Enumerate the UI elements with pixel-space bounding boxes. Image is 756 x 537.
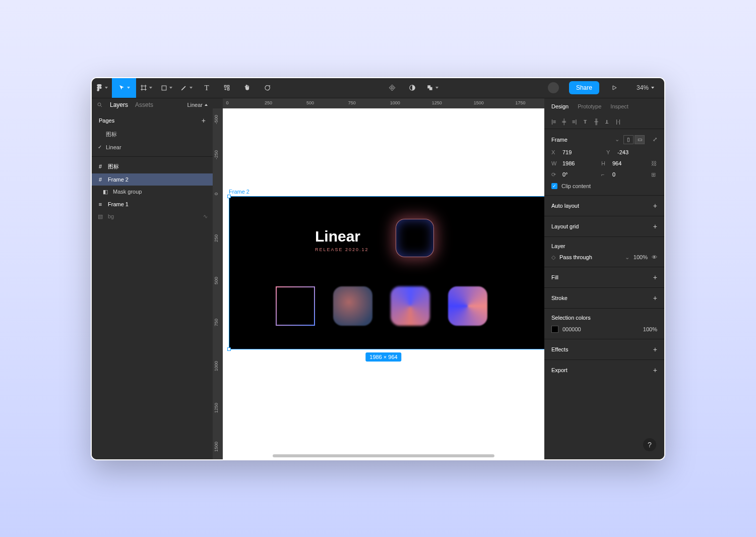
add-export-button[interactable]: + — [653, 366, 657, 374]
mask-icon: ◧ — [102, 189, 109, 195]
h-input[interactable]: 964 — [612, 160, 647, 166]
components-button[interactable] — [382, 78, 402, 98]
clip-content-checkbox[interactable]: ✓ — [551, 183, 557, 189]
visibility-toggle-icon[interactable]: 👁 — [652, 254, 657, 260]
autolayout-icon: ≡ — [97, 201, 104, 207]
horizontal-ruler: 0 250 500 750 1000 1250 1500 1750 — [213, 98, 544, 108]
pen-tool-button[interactable] — [176, 78, 197, 98]
align-hcenter-icon[interactable]: ╪ — [562, 118, 566, 125]
frame-type-dropdown[interactable]: Frame — [551, 137, 611, 143]
rectangle-icon — [161, 85, 167, 91]
selected-frame[interactable]: Linear RELEASE 2020.12 — [229, 196, 544, 349]
color-hex[interactable]: 000000 — [562, 326, 581, 332]
design-tab[interactable]: Design — [551, 103, 569, 109]
boolean-button[interactable] — [422, 78, 443, 98]
fit-icon[interactable]: ⤢ — [653, 136, 657, 143]
resize-handle[interactable] — [227, 347, 231, 351]
clip-content-label: Clip content — [561, 183, 591, 189]
w-input[interactable]: 1986 — [562, 160, 597, 166]
share-button[interactable]: Share — [569, 81, 599, 94]
present-button[interactable] — [604, 78, 624, 98]
left-panel: Layers Assets Linear Pages + 图标 Linear #… — [92, 98, 213, 459]
artwork-icon — [448, 286, 487, 326]
color-swatch[interactable] — [551, 326, 558, 333]
frame-artwork: Linear RELEASE 2020.12 — [229, 197, 544, 349]
opacity-input[interactable]: 100% — [634, 254, 648, 260]
frame-name-label[interactable]: Frame 2 — [229, 189, 249, 195]
right-panel: Design Prototype Inspect |≡ ╪ ≡| ⫪ ╫ ⫫ |… — [544, 98, 664, 459]
horizontal-scrollbar[interactable] — [273, 454, 494, 457]
layer-item-frame2[interactable]: # Frame 2 — [92, 173, 213, 186]
artwork-icon — [391, 286, 430, 326]
file-name-dropdown[interactable]: Linear — [187, 102, 208, 108]
add-layout-grid-button[interactable]: + — [653, 222, 657, 230]
union-icon — [426, 84, 433, 91]
prototype-tab[interactable]: Prototype — [578, 103, 601, 109]
user-avatar[interactable] — [548, 82, 559, 93]
hand-tool-button[interactable] — [237, 78, 257, 98]
rotation-input[interactable]: 0° — [562, 171, 597, 177]
resize-fill-button[interactable]: ▭ — [635, 135, 645, 144]
text-icon: T — [204, 84, 209, 92]
resize-handle[interactable] — [227, 195, 231, 198]
add-stroke-button[interactable]: + — [653, 294, 657, 302]
blend-mode-dropdown[interactable]: Pass through — [559, 254, 621, 260]
independent-corners-icon[interactable]: ⊞ — [651, 171, 657, 178]
fill-header: Fill — [551, 274, 558, 280]
main-menu-button[interactable] — [92, 78, 112, 98]
align-right-icon[interactable]: ≡| — [572, 118, 577, 125]
canvas-area: 0 250 500 750 1000 1250 1500 1750 -500 -… — [213, 98, 544, 459]
color-opacity[interactable]: 100% — [643, 326, 657, 332]
shape-tool-button[interactable] — [156, 78, 176, 98]
stroke-header: Stroke — [551, 295, 568, 301]
text-tool-button[interactable]: T — [197, 78, 217, 98]
plugins-icon — [223, 84, 230, 91]
export-header: Export — [551, 367, 568, 373]
assets-tab[interactable]: Assets — [135, 101, 153, 108]
resources-button[interactable] — [217, 78, 237, 98]
help-button[interactable]: ? — [643, 438, 656, 451]
distribute-icon[interactable]: |·| — [616, 118, 620, 125]
canvas[interactable]: 964 Frame 2 Linear RELEASE 2020.12 — [223, 108, 544, 459]
align-vcenter-icon[interactable]: ╫ — [594, 118, 598, 125]
frame-tool-button[interactable] — [136, 78, 156, 98]
layout-grid-header: Layout grid — [551, 223, 579, 229]
inspect-tab[interactable]: Inspect — [610, 103, 628, 109]
layer-item-icons[interactable]: # 图标 — [92, 160, 213, 173]
selection-colors-header: Selection colors — [551, 315, 591, 321]
layer-item-frame1[interactable]: ≡ Frame 1 — [92, 198, 213, 210]
alignment-controls: |≡ ╪ ≡| ⫪ ╫ ⫫ |·| — [544, 114, 664, 129]
layers-tab[interactable]: Layers — [110, 101, 128, 108]
effects-header: Effects — [551, 346, 568, 352]
radius-input[interactable]: 0 — [612, 171, 647, 177]
play-icon — [611, 85, 617, 91]
vertical-ruler: -500 -250 0 250 500 750 1000 1250 1500 — [213, 108, 223, 459]
add-page-button[interactable]: + — [202, 116, 206, 125]
add-effect-button[interactable]: + — [653, 345, 657, 353]
move-tool-button[interactable] — [112, 78, 136, 98]
y-input[interactable]: -243 — [617, 149, 657, 155]
page-item[interactable]: Linear — [92, 141, 213, 153]
comment-tool-button[interactable] — [257, 78, 277, 98]
figma-logo-icon — [96, 84, 103, 91]
x-input[interactable]: 719 — [562, 149, 602, 155]
align-top-icon[interactable]: ⫪ — [583, 118, 588, 125]
page-item[interactable]: 图标 — [92, 128, 213, 141]
artwork-icon — [396, 219, 434, 257]
resize-fixed-button[interactable]: ▯ — [623, 135, 634, 144]
layer-item-bg[interactable]: ▧ bg ∿ — [92, 210, 213, 223]
top-toolbar: T Share — [92, 78, 664, 98]
align-left-icon[interactable]: |≡ — [551, 118, 556, 125]
auto-layout-header: Auto layout — [551, 203, 579, 209]
layer-item-mask-group[interactable]: ◧ Mask group — [92, 186, 213, 198]
constrain-icon[interactable]: ⛓ — [651, 160, 657, 166]
align-bottom-icon[interactable]: ⫫ — [604, 118, 610, 125]
zoom-dropdown[interactable]: 34% — [629, 84, 661, 91]
add-auto-layout-button[interactable]: + — [653, 202, 657, 210]
hidden-indicator-icon: ∿ — [203, 213, 208, 220]
mask-button[interactable] — [402, 78, 422, 98]
comment-icon — [264, 84, 271, 91]
add-fill-button[interactable]: + — [653, 273, 657, 281]
artwork-title: Linear — [315, 228, 360, 245]
search-icon[interactable] — [97, 102, 103, 108]
